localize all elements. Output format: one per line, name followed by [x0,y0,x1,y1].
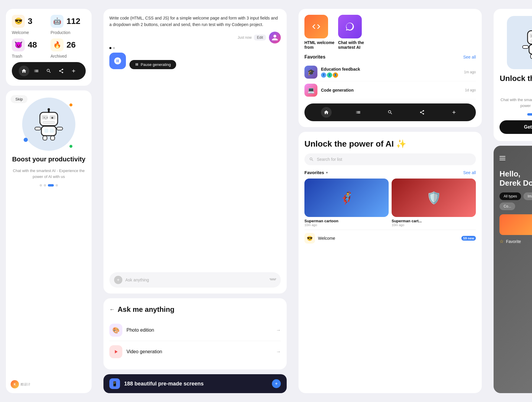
dot-green [69,145,72,148]
star-icon: ☆ [499,239,504,244]
favorites-header: Favorites See all [304,54,476,60]
trash-icon: 😈 [12,38,25,51]
trash-label: Trash [12,54,22,59]
get-started-button[interactable]: Get started [499,120,532,134]
superman-2-time: 10m ago [392,223,476,227]
fav-item-code[interactable]: 💻 Code generation 1d ago [304,81,476,99]
svg-rect-12 [57,127,63,130]
onboarding-card: Skip >_< ◉ [6,90,92,393]
plus-icon[interactable]: + [114,276,122,284]
nav-add-icon[interactable] [68,66,79,76]
filter-co[interactable]: Co... [499,202,515,210]
ask-title: Ask me anything [118,305,174,314]
wave-icon [270,277,276,283]
see-all-button-top[interactable]: See all [463,55,476,59]
nav-search-col3[interactable] [385,107,395,118]
project-grid: 😎 3 Welcome 🤖 112 Production 😈 48 Trash … [6,9,92,86]
image-item-superman1[interactable]: 🦸‍♂️ Superman cartoon 10m ago [304,179,389,227]
search-bar[interactable]: Search for list [304,153,476,165]
see-all-button-search[interactable]: See all [463,170,476,175]
chat-card: Write code (HTML, CSS and JS) for a simp… [103,9,287,294]
bottom-nav-col3 [304,103,476,121]
ask-header: ← Ask me anything [109,305,281,314]
logo-badge: K 酷设计 [11,380,30,388]
fav-label: Favorite [506,239,521,244]
nav-home-col3[interactable] [321,107,332,118]
svg-rect-14 [51,136,55,140]
production-label: Production [51,30,70,35]
avatar-2: 👤 [327,72,332,78]
column-4: >_< ◉ Unlock the power of AI Chat with t… [488,0,532,402]
video-gen-label: Video generation [126,349,272,354]
ask-item-video[interactable]: Video generation → [109,341,281,362]
search-favorites-row: Favorites ▾ See all [304,170,476,175]
promo-subtitle: Chat with the smartest AI - Experience t… [499,97,532,108]
hello-image-row [499,214,532,235]
favorites-title: Favorites [304,54,325,60]
icon-col-chat: Chat with thesmartest AI [338,15,364,50]
favorites-toggle-label: Favorites [304,170,324,175]
superman-2-thumb: 🛡️ [392,179,476,217]
p-dot-1 [109,47,111,49]
svg-rect-11 [35,127,41,130]
nav-list-col3[interactable] [353,107,364,118]
ai-search-title: Unlock the power of AI ✨ [304,139,476,149]
code-thumb: 💻 [304,84,317,97]
fav-item-education[interactable]: 🎓 Education feedback 👤 👤 👤 1m ago [304,63,476,81]
search-icon [309,157,314,162]
pause-button[interactable]: Pause generating [129,60,176,69]
banner-text: 188 beautiful pre-made screens [124,381,268,387]
column-2: Write code (HTML, CSS and JS) for a simp… [98,0,293,402]
project-item-archived[interactable]: 🔥 26 Archived [51,38,86,59]
photo-edition-label: Photo edition [126,328,272,333]
welcome-list-item[interactable]: 😎 Welcome 59 new [304,230,476,247]
onboarding-subtitle: Chat with the smartest AI - Experience t… [12,168,86,179]
filter-all-types[interactable]: All types [499,192,521,200]
project-item-trash[interactable]: 😈 48 Trash [12,38,47,59]
edit-button[interactable]: Edit [254,35,266,40]
welcome-icon: 😎 [12,15,25,28]
nav-home-icon[interactable] [19,66,29,76]
code-info: Code generation [321,88,461,93]
skip-button[interactable]: Skip [11,95,27,103]
back-arrow-icon[interactable]: ← [109,307,115,313]
column-3: HTML welcomefrom Chat with thesmartest A… [293,0,488,402]
ask-card: ← Ask me anything 🎨 Photo edition → Vide… [103,298,287,369]
avatar-3: 👤 [333,72,338,78]
nav-search-icon[interactable] [43,66,54,76]
production-count: 112 [66,17,80,26]
avatar-1: 👤 [321,72,326,78]
nav-share-icon[interactable] [56,66,66,76]
nav-share-col3[interactable] [417,107,427,118]
nav-add-col3[interactable] [449,107,459,118]
robot-svg: >_< ◉ [33,108,65,140]
edu-info: Education feedback 👤 👤 👤 [321,67,460,78]
ai-icon [109,53,126,69]
trash-count: 48 [28,40,37,50]
project-item-welcome[interactable]: 😎 3 Welcome [12,15,47,35]
hamburger-icon[interactable] [499,156,505,160]
code-time: 1d ago [465,88,476,92]
chat-user-bubble: Just now Edit [109,32,281,43]
dot-orange [69,103,72,106]
superman-1-thumb: 🦸‍♂️ [304,179,389,217]
project-item-production[interactable]: 🤖 112 Production [51,15,86,35]
hello-img-orange [499,214,532,235]
hamburger-row: D [499,153,532,163]
welcome-item-label: Welcome [318,236,335,241]
filter-images[interactable]: Images [523,192,532,200]
superman-1-time: 10m ago [304,223,389,227]
archived-icon: 🔥 [51,38,64,51]
image-item-superman2[interactable]: 🛡️ Superman cart... 10m ago [392,179,476,227]
chat-message: Write code (HTML, CSS and JS) for a simp… [109,15,281,28]
nav-list-icon[interactable] [31,66,42,76]
html-icon-box [304,15,328,38]
ham-line-3 [499,160,505,160]
welcome-item-icon: 😎 [304,233,315,244]
banner-plus-icon[interactable]: + [272,379,281,388]
ask-item-photo[interactable]: 🎨 Photo edition → [109,320,281,341]
favorites-toggle[interactable]: Favorites ▾ [304,170,328,175]
timestamp-edit-row: Just now Edit [238,35,266,40]
chat-input-bar[interactable]: + Ask anything [109,272,281,288]
production-icon: 🤖 [51,15,64,28]
